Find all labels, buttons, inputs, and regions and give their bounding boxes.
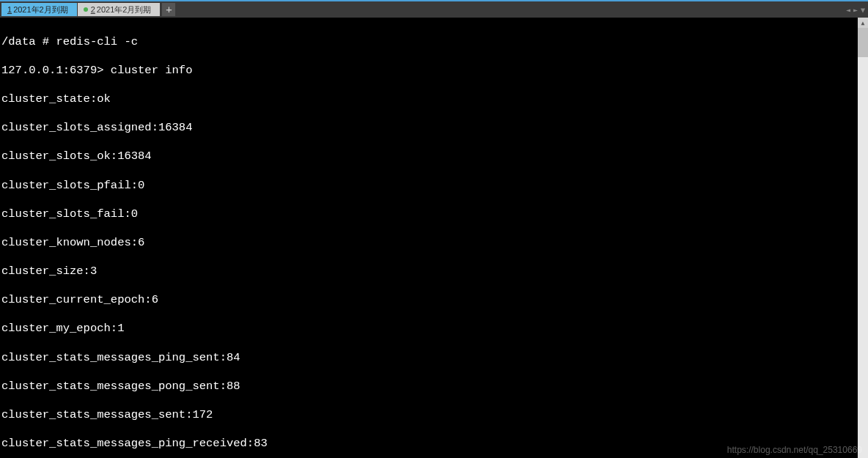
output-line: cluster_stats_messages_sent:172 [1, 408, 867, 423]
add-tab-button[interactable]: + [162, 3, 175, 16]
output-line: cluster_slots_assigned:16384 [1, 121, 867, 136]
nav-right-icon[interactable]: ► [853, 6, 858, 14]
output-line: cluster_slots_fail:0 [1, 207, 867, 222]
tab-1[interactable]: 1 2021年2月到期 [1, 3, 77, 16]
shell-prompt: /data # [1, 35, 56, 48]
redis-prompt: 127.0.0.1:6379> [1, 64, 111, 77]
output-line: cluster_known_nodes:6 [1, 236, 867, 251]
output-line: cluster_slots_ok:16384 [1, 149, 867, 164]
terminal-output[interactable]: /data # redis-cli -c 127.0.0.1:6379> clu… [0, 18, 868, 458]
scroll-up-icon[interactable]: ▲ [858, 18, 868, 28]
nav-left-icon[interactable]: ◄ [846, 6, 850, 14]
tab-navigation: ◄ ► ▼ [846, 6, 865, 14]
status-indicator-icon [84, 7, 88, 12]
output-line: cluster_current_epoch:6 [1, 293, 867, 308]
nav-down-icon[interactable]: ▼ [861, 6, 865, 14]
tab-label: 2021年2月到期 [13, 4, 68, 15]
scrollbar-thumb[interactable] [858, 28, 868, 57]
command-text: cluster info [111, 64, 193, 77]
vertical-scrollbar[interactable]: ▲ [858, 18, 868, 458]
tab-number: 1 [7, 5, 12, 14]
output-line: cluster_stats_messages_ping_sent:84 [1, 351, 867, 366]
window-frame: 1 2021年2月到期 2 2021年2月到期 + ◄ ► ▼ /data # … [0, 0, 868, 458]
tab-bar: 1 2021年2月到期 2 2021年2月到期 + ◄ ► ▼ [0, 1, 868, 18]
output-line: cluster_stats_messages_pong_sent:88 [1, 380, 867, 394]
watermark-text: https://blog.csdn.net/qq_25310669 [727, 445, 862, 455]
output-line: cluster_size:3 [1, 265, 867, 279]
tab-label: 2021年2月到期 [97, 4, 152, 15]
tab-2[interactable]: 2 2021年2月到期 [78, 3, 161, 16]
command-text: redis-cli -c [56, 35, 138, 48]
tab-number: 2 [91, 5, 95, 14]
output-line: cluster_my_epoch:1 [1, 322, 867, 336]
output-line: cluster_state:ok [1, 92, 867, 107]
output-line: cluster_slots_pfail:0 [1, 179, 867, 193]
